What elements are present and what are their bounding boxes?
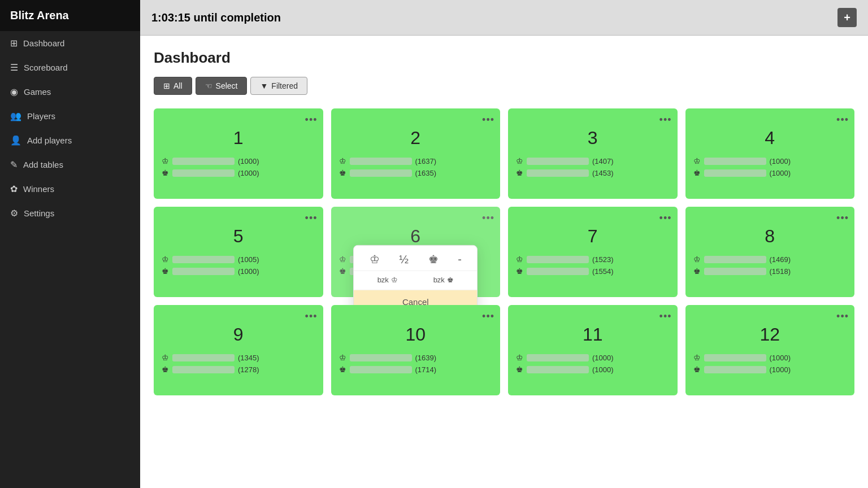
table-card-11: ••• 11 ♔ (1000) ♚ (1000) <box>508 305 678 395</box>
card-3-menu[interactable]: ••• <box>659 114 672 126</box>
card-7-menu[interactable]: ••• <box>659 212 672 224</box>
card-2-player1: ♔ (1637) <box>339 156 493 165</box>
table-card-9: ••• 9 ♔ (1345) ♚ (1278) <box>154 305 323 395</box>
card-4-player2: ♚ (1000) <box>693 168 847 177</box>
sidebar-item-winners[interactable]: ✿ Winners <box>0 177 140 201</box>
card-1-number: 1 <box>162 128 315 149</box>
white-king-icon-3: ♔ <box>516 156 523 165</box>
table-card-3: ••• 3 ♔ (1407) ♚ (1453) <box>508 108 678 199</box>
card-popup-menu: ♔ ½ ♚ - bzk <box>353 245 478 314</box>
sidebar-item-players[interactable]: 👥 Players <box>0 104 140 128</box>
popup-player1-icon: ♔ <box>391 276 398 284</box>
sidebar-label-add-players: Add players <box>27 136 72 145</box>
table-card-6: ••• 6 ♔ ♚ ♔ ½ <box>331 207 501 297</box>
card-1-menu[interactable]: ••• <box>305 114 318 126</box>
sidebar-brand: Blitz Arena <box>0 0 140 31</box>
card-4-p1-rating: (1000) <box>770 157 791 165</box>
card-3-number: 3 <box>516 128 670 149</box>
sidebar-label-add-tables: Add tables <box>23 160 63 169</box>
filter-icon: ▼ <box>260 81 268 90</box>
popup-white-king-col[interactable]: ♔ <box>370 252 380 266</box>
table-card-2: ••• 2 ♔ (1637) ♚ (1635) <box>331 108 501 199</box>
card-7-number: 7 <box>516 226 670 247</box>
card-4-menu[interactable]: ••• <box>836 114 849 126</box>
card-5-p2-name <box>172 268 235 275</box>
filter-select-button[interactable]: ☜ Select <box>196 77 248 95</box>
black-king-icon-9: ♚ <box>162 365 169 374</box>
card-9-p2-name <box>172 366 235 373</box>
white-king-icon-5: ♔ <box>162 255 169 264</box>
dashboard-icon: ⊞ <box>10 38 18 49</box>
card-7-player2: ♚ (1554) <box>516 267 670 276</box>
white-king-icon-7: ♔ <box>516 255 523 264</box>
filter-filtered-button[interactable]: ▼ Filtered <box>250 77 307 95</box>
popup-black-king-col[interactable]: ♚ <box>428 252 439 266</box>
card-5-p1-rating: (1005) <box>238 255 259 264</box>
sidebar-item-scoreboard[interactable]: ☰ Scoreboard <box>0 55 140 80</box>
white-king-icon-10: ♔ <box>339 353 346 362</box>
card-11-p2-name <box>527 366 589 373</box>
card-1-p1-rating: (1000) <box>238 157 259 165</box>
card-9-player2: ♚ (1278) <box>162 365 315 374</box>
card-5-p1-name <box>172 256 235 263</box>
table-card-8: ••• 8 ♔ (1469) ♚ (1518) <box>685 207 855 297</box>
card-9-p1-name <box>172 354 235 361</box>
card-11-p1-name <box>527 354 589 361</box>
card-7-player1: ♔ (1523) <box>516 255 670 264</box>
card-10-player1: ♔ (1639) <box>339 353 493 362</box>
sidebar: Blitz Arena ⊞ Dashboard ☰ Scoreboard ◉ G… <box>0 0 140 488</box>
add-tables-icon: ✎ <box>10 159 18 170</box>
white-king-icon-8: ♔ <box>693 255 701 264</box>
card-7-p2-rating: (1554) <box>592 267 614 276</box>
sidebar-item-games[interactable]: ◉ Games <box>0 80 140 104</box>
card-11-p2-rating: (1000) <box>592 365 614 374</box>
page-title: Dashboard <box>154 49 854 67</box>
popup-half-col[interactable]: ½ <box>399 252 409 265</box>
card-10-p2-name <box>350 366 412 373</box>
card-11-menu[interactable]: ••• <box>659 311 672 323</box>
card-2-number: 2 <box>339 128 493 149</box>
card-2-menu[interactable]: ••• <box>482 114 494 126</box>
card-12-p1-name <box>704 354 766 361</box>
black-king-icon-7: ♚ <box>516 267 523 276</box>
card-1-player2: ♚ (1000) <box>162 168 315 177</box>
sidebar-item-add-tables[interactable]: ✎ Add tables <box>0 152 140 177</box>
card-2-p2-name <box>350 169 412 177</box>
popup-players-row: bzk ♔ bzk ♚ <box>354 271 477 290</box>
topbar-timer: 1:03:15 until completion <box>151 11 281 24</box>
sidebar-label-dashboard: Dashboard <box>23 38 64 48</box>
popup-player2-cell: bzk ♚ <box>433 276 454 284</box>
card-9-menu[interactable]: ••• <box>305 311 318 323</box>
topbar: 1:03:15 until completion + <box>140 0 868 36</box>
card-6-menu[interactable]: ••• <box>482 212 494 224</box>
card-10-player2: ♚ (1714) <box>339 365 493 374</box>
sidebar-item-add-players[interactable]: 👤 Add players <box>0 128 140 152</box>
card-8-menu[interactable]: ••• <box>836 212 849 224</box>
card-10-menu[interactable]: ••• <box>482 311 494 323</box>
card-10-p1-name <box>350 354 412 361</box>
popup-white-king-icon: ♔ <box>370 252 380 266</box>
filter-bar: ⊞ All ☜ Select ▼ Filtered <box>154 77 854 95</box>
white-king-icon-2: ♔ <box>339 156 346 165</box>
sidebar-label-winners: Winners <box>23 184 54 194</box>
table-card-5: ••• 5 ♔ (1005) ♚ (1000) <box>154 207 323 297</box>
sidebar-item-settings[interactable]: ⚙ Settings <box>0 201 140 225</box>
card-6-number: 6 <box>339 226 493 247</box>
card-5-player1: ♔ (1005) <box>162 255 315 264</box>
card-8-player2: ♚ (1518) <box>693 267 847 276</box>
card-3-p1-name <box>527 158 589 165</box>
topbar-plus-button[interactable]: + <box>837 8 857 27</box>
white-king-icon-4: ♔ <box>693 156 701 165</box>
sidebar-label-players: Players <box>27 111 55 121</box>
card-4-p2-name <box>704 169 766 177</box>
card-12-menu[interactable]: ••• <box>836 311 849 323</box>
black-king-icon-11: ♚ <box>516 365 523 374</box>
sidebar-item-dashboard[interactable]: ⊞ Dashboard <box>0 31 140 55</box>
popup-dash-col[interactable]: - <box>458 252 462 265</box>
card-5-menu[interactable]: ••• <box>305 212 318 224</box>
card-4-player1: ♔ (1000) <box>693 156 847 165</box>
card-3-p2-name <box>527 169 589 177</box>
filter-all-button[interactable]: ⊞ All <box>154 77 192 95</box>
settings-icon: ⚙ <box>10 208 18 219</box>
black-king-icon-12: ♚ <box>693 365 701 374</box>
